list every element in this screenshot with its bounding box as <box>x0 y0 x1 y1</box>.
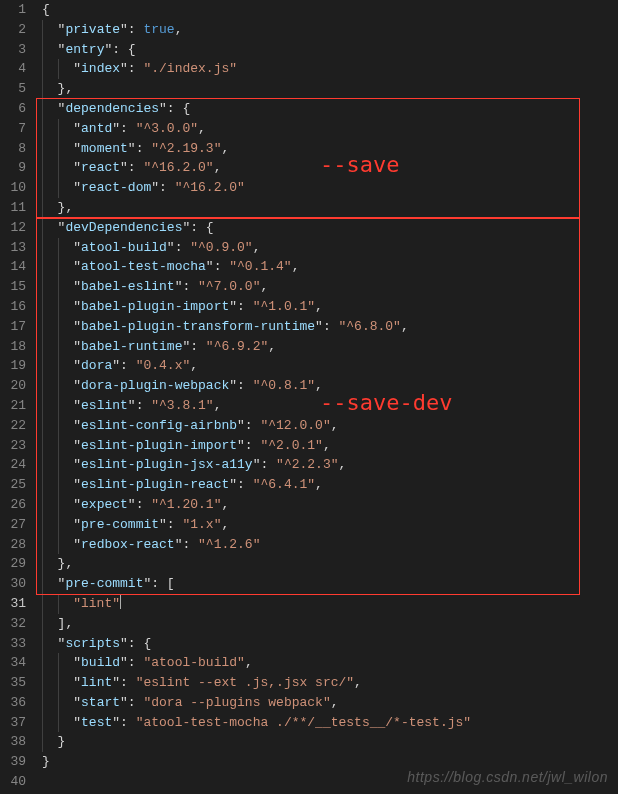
code-line: "start": "dora --plugins webpack", <box>42 693 618 713</box>
code-line: "dora-plugin-webpack": "^0.8.1", <box>42 376 618 396</box>
code-line: } <box>42 732 618 752</box>
code-line: "entry": { <box>42 40 618 60</box>
line-number: 32 <box>0 614 26 634</box>
code-line: "react-dom": "^16.2.0" <box>42 178 618 198</box>
line-number: 36 <box>0 693 26 713</box>
line-number: 9 <box>0 158 26 178</box>
line-number: 4 <box>0 59 26 79</box>
code-line: "dependencies": { <box>42 99 618 119</box>
line-number: 16 <box>0 297 26 317</box>
line-number: 10 <box>0 178 26 198</box>
code-line: "index": "./index.js" <box>42 59 618 79</box>
line-number: 28 <box>0 535 26 555</box>
code-line: "devDependencies": { <box>42 218 618 238</box>
line-number: 5 <box>0 79 26 99</box>
code-line: }, <box>42 554 618 574</box>
code-line: "eslint-plugin-import": "^2.0.1", <box>42 436 618 456</box>
line-number: 24 <box>0 455 26 475</box>
code-line: "pre-commit": "1.x", <box>42 515 618 535</box>
line-number: 18 <box>0 337 26 357</box>
text-cursor <box>120 594 121 609</box>
code-line: "scripts": { <box>42 634 618 654</box>
line-number: 34 <box>0 653 26 673</box>
code-line: "private": true, <box>42 20 618 40</box>
code-line: "atool-test-mocha": "^0.1.4", <box>42 257 618 277</box>
line-number: 7 <box>0 119 26 139</box>
line-number: 1 <box>0 0 26 20</box>
code-line: "eslint-plugin-react": "^6.4.1", <box>42 475 618 495</box>
line-number: 37 <box>0 713 26 733</box>
code-line: "eslint": "^3.8.1", <box>42 396 618 416</box>
code-line: }, <box>42 198 618 218</box>
line-number: 20 <box>0 376 26 396</box>
code-line: "lint" <box>42 594 618 614</box>
code-line: "eslint-plugin-jsx-a11y": "^2.2.3", <box>42 455 618 475</box>
line-number: 33 <box>0 634 26 654</box>
code-line: }, <box>42 79 618 99</box>
line-number: 22 <box>0 416 26 436</box>
code-line: "redbox-react": "^1.2.6" <box>42 535 618 555</box>
line-number: 8 <box>0 139 26 159</box>
line-number: 13 <box>0 238 26 258</box>
line-number: 6 <box>0 99 26 119</box>
line-number: 14 <box>0 257 26 277</box>
line-number-gutter: 1234567891011121314151617181920212223242… <box>0 0 32 792</box>
line-number: 17 <box>0 317 26 337</box>
line-number: 39 <box>0 752 26 772</box>
line-number: 27 <box>0 515 26 535</box>
code-line: "test": "atool-test-mocha ./**/__tests__… <box>42 713 618 733</box>
code-line: "react": "^16.2.0", <box>42 158 618 178</box>
line-number: 3 <box>0 40 26 60</box>
watermark: https://blog.csdn.net/jwl_wilon <box>407 768 608 788</box>
code-line: "babel-plugin-import": "^1.0.1", <box>42 297 618 317</box>
line-number: 40 <box>0 772 26 792</box>
line-number: 2 <box>0 20 26 40</box>
code-line: "expect": "^1.20.1", <box>42 495 618 515</box>
code-line: "babel-plugin-transform-runtime": "^6.8.… <box>42 317 618 337</box>
code-content: { "private": true, "entry": { "index": "… <box>42 0 618 792</box>
code-line: ], <box>42 614 618 634</box>
code-line: { <box>42 0 618 20</box>
line-number: 11 <box>0 198 26 218</box>
line-number: 25 <box>0 475 26 495</box>
line-number: 12 <box>0 218 26 238</box>
code-line: "antd": "^3.0.0", <box>42 119 618 139</box>
line-number: 19 <box>0 356 26 376</box>
code-line: "lint": "eslint --ext .js,.jsx src/", <box>42 673 618 693</box>
line-number: 29 <box>0 554 26 574</box>
code-line: "pre-commit": [ <box>42 574 618 594</box>
code-line: "eslint-config-airbnb": "^12.0.0", <box>42 416 618 436</box>
line-number: 26 <box>0 495 26 515</box>
line-number: 38 <box>0 732 26 752</box>
line-number: 31 <box>0 594 26 614</box>
code-line: "babel-runtime": "^6.9.2", <box>42 337 618 357</box>
line-number: 21 <box>0 396 26 416</box>
code-line: "dora": "0.4.x", <box>42 356 618 376</box>
code-line: "moment": "^2.19.3", <box>42 139 618 159</box>
code-line: "babel-eslint": "^7.0.0", <box>42 277 618 297</box>
code-line: "atool-build": "^0.9.0", <box>42 238 618 258</box>
line-number: 35 <box>0 673 26 693</box>
line-number: 23 <box>0 436 26 456</box>
code-line: "build": "atool-build", <box>42 653 618 673</box>
line-number: 15 <box>0 277 26 297</box>
line-number: 30 <box>0 574 26 594</box>
